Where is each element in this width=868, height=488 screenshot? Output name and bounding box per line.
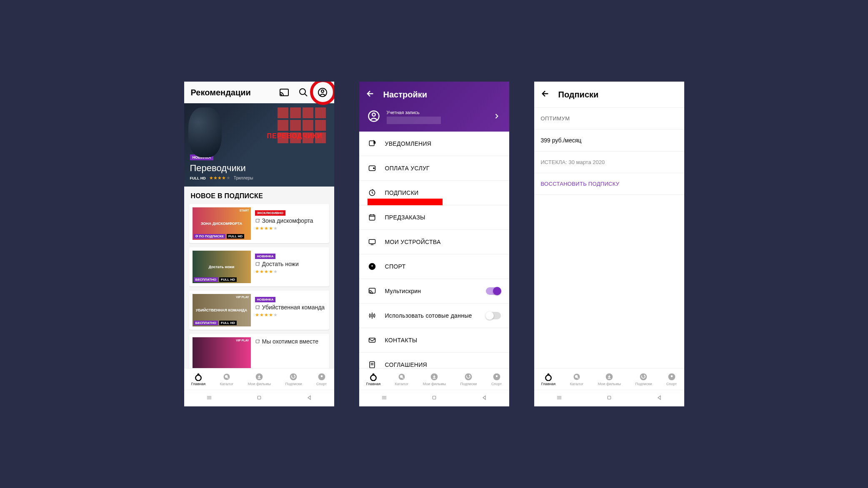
svg-rect-28: [369, 215, 375, 220]
nav-download[interactable]: Мои фильмы: [248, 373, 271, 386]
nav-home[interactable]: Главная: [541, 373, 555, 386]
svg-rect-8: [256, 340, 259, 343]
refresh-icon: [368, 188, 377, 197]
home-button[interactable]: [605, 394, 613, 403]
card-title: Достать ножи: [255, 261, 326, 267]
antenna-icon: [368, 311, 377, 320]
nav-label: Спорт: [316, 382, 327, 386]
cast-icon: [368, 286, 377, 296]
nav-soccer[interactable]: Спорт: [666, 373, 677, 386]
hero-banner[interactable]: ПЕРЕВОДЧИКИ НОВИНКА Переводчики FULL HD …: [184, 103, 334, 187]
account-row[interactable]: Учетная запись: [366, 110, 503, 124]
card-title: Зона дискомфорта: [255, 217, 326, 224]
nav-label: Каталог: [220, 382, 234, 386]
recent-apps-button[interactable]: [555, 394, 563, 403]
svg-point-42: [370, 375, 376, 380]
svg-rect-32: [369, 239, 375, 244]
card-list: ЗОНА ДИСКОМФОРТА START ⟳ ПО ПОДПИСКЕFULL…: [184, 204, 334, 373]
screen-settings: Настройки Учетная запись УВЕДОМЛЕНИЯ ОПЛ…: [359, 82, 509, 406]
nav-refresh-circle[interactable]: Подписки: [285, 373, 302, 386]
settings-item-bell[interactable]: УВЕДОМЛЕНИЯ: [359, 132, 509, 156]
back-button-sys[interactable]: [655, 394, 663, 403]
home-button[interactable]: [255, 394, 263, 403]
svg-point-26: [373, 168, 374, 169]
nav-home[interactable]: Главная: [366, 373, 380, 386]
content-card[interactable]: ЗОНА ДИСКОМФОРТА START ⟳ ПО ПОДПИСКЕFULL…: [189, 204, 329, 243]
settings-list: УВЕДОМЛЕНИЯ ОПЛАТА УСЛУГ ПОДПИСКИ ПРЕДЗА…: [359, 132, 509, 406]
nav-home[interactable]: Главная: [191, 373, 205, 386]
toggle-switch[interactable]: [486, 312, 501, 319]
svg-line-2: [305, 94, 307, 96]
nav-label: Подписки: [635, 382, 652, 386]
svg-rect-6: [256, 262, 259, 266]
svg-point-1: [300, 89, 305, 95]
screen-subscriptions: Подписки ОПТИМУМ 399 руб./месяц ИСТЕКЛА:…: [534, 82, 684, 406]
svg-point-15: [290, 373, 297, 380]
nav-label: Каталог: [570, 382, 584, 386]
profile-icon: [368, 110, 380, 124]
svg-point-23: [372, 113, 375, 117]
page-title: Рекомендации: [191, 88, 279, 97]
nav-label: Каталог: [395, 382, 409, 386]
settings-item-calendar[interactable]: ПРЕДЗАКАЗЫ: [359, 205, 509, 230]
bell-icon: [368, 139, 377, 148]
nav-label: Спорт: [666, 382, 677, 386]
system-bar: [359, 390, 509, 406]
back-button[interactable]: [366, 89, 375, 100]
hero-title: Переводчики: [190, 163, 328, 174]
content-card[interactable]: VIP PLAY Мы охотимся вместе: [189, 334, 329, 373]
settings-item-label: СОГЛАШЕНИЯ: [385, 361, 427, 368]
soccer-icon: [368, 262, 377, 271]
cast-icon[interactable]: [279, 87, 289, 97]
content-card[interactable]: УБИЙСТВЕННАЯ КОМАНДА VIP PLAY БЕСПЛАТНОF…: [189, 291, 329, 330]
settings-item-label: ПОДПИСКИ: [385, 189, 419, 196]
home-button[interactable]: [430, 394, 438, 403]
nav-download[interactable]: Мои фильмы: [598, 373, 621, 386]
settings-toggle-antenna: Использовать сотовые данные: [359, 304, 509, 328]
svg-point-60: [640, 373, 647, 380]
settings-title: Настройки: [383, 90, 428, 100]
nav-refresh-circle[interactable]: Подписки: [635, 373, 652, 386]
subscription-price: 399 руб./месяц: [534, 129, 684, 152]
nav-label: Спорт: [491, 382, 502, 386]
restore-subscription-button[interactable]: ВОССТАНОВИТЬ ПОДПИСКУ: [534, 173, 684, 195]
nav-search-circle[interactable]: Каталог: [395, 373, 409, 386]
hero-rating: ★★★★★: [209, 175, 230, 181]
toggle-switch[interactable]: [486, 287, 501, 295]
svg-rect-66: [608, 396, 611, 399]
settings-item-label: КОНТАКТЫ: [385, 337, 418, 344]
nav-search-circle[interactable]: Каталог: [570, 373, 584, 386]
back-button-sys[interactable]: [480, 394, 488, 403]
search-icon[interactable]: [298, 87, 308, 97]
hero-fullhd: FULL HD: [190, 176, 206, 180]
nav-soccer[interactable]: Спорт: [316, 373, 327, 386]
settings-item-wallet[interactable]: ОПЛАТА УСЛУГ: [359, 156, 509, 181]
recent-apps-button[interactable]: [380, 394, 388, 403]
nav-soccer[interactable]: Спорт: [491, 373, 502, 386]
card-title: Убийственная команда: [255, 304, 326, 311]
nav-download[interactable]: Мои фильмы: [423, 373, 446, 386]
settings-item-soccer[interactable]: СПОРТ: [359, 254, 509, 279]
nav-label: Мои фильмы: [248, 382, 271, 386]
settings-item-label: МОИ УСТРОЙСТВА: [385, 239, 441, 245]
nav-refresh-circle[interactable]: Подписки: [460, 373, 477, 386]
toggle-label: Мультискрин: [385, 288, 421, 294]
subscription-name: ОПТИМУМ: [534, 108, 684, 129]
nav-search-circle[interactable]: Каталог: [220, 373, 234, 386]
settings-item-monitor[interactable]: МОИ УСТРОЙСТВА: [359, 230, 509, 254]
settings-item-refresh[interactable]: ПОДПИСКИ: [359, 181, 509, 205]
recent-apps-button[interactable]: [205, 394, 213, 403]
subscription-expired: ИСТЕКЛА: 30 марта 2020: [534, 152, 684, 173]
hero-brand: ПЕРЕВОДЧИКИ: [267, 132, 322, 140]
settings-item-mail[interactable]: КОНТАКТЫ: [359, 328, 509, 353]
back-button[interactable]: [541, 89, 550, 100]
account-label: Учетная запись: [387, 110, 486, 115]
settings-item-label: ОПЛАТА УСЛУГ: [385, 165, 430, 172]
system-bar: [184, 390, 334, 406]
content-card[interactable]: Достать ножи БЕСПЛАТНОFULL HD НОВИНКА До…: [189, 247, 329, 286]
nav-label: Подписки: [285, 382, 302, 386]
back-button-sys[interactable]: [305, 394, 313, 403]
bottom-nav: Главная Каталог Мои фильмы Подписки Спор…: [534, 368, 684, 390]
card-rating: ★★★★★: [255, 312, 326, 318]
svg-point-47: [465, 373, 472, 380]
